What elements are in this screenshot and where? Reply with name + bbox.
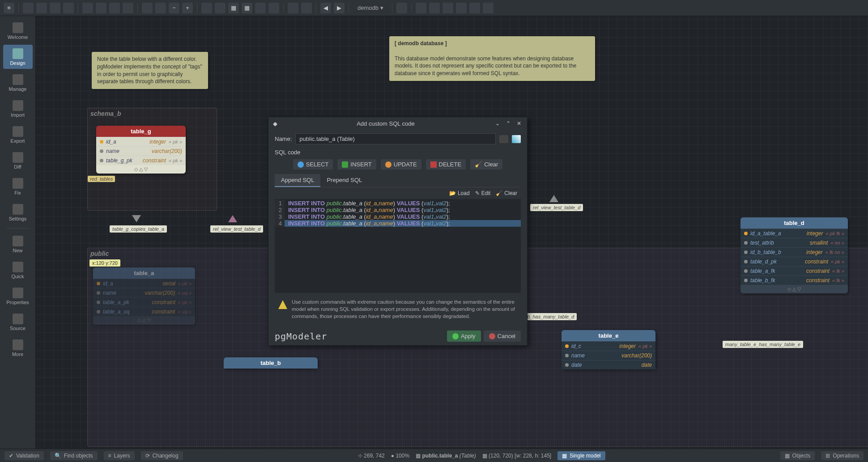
prev-icon[interactable]: ◀ — [320, 3, 331, 13]
status-layers[interactable]: ≡ Layers — [104, 451, 135, 460]
schema-b-label: schema_b — [90, 110, 121, 117]
sidebar-item-export[interactable]: Export — [3, 123, 33, 147]
triangle-icon — [549, 195, 558, 202]
tb-icon[interactable] — [82, 3, 93, 13]
fix-icon — [13, 178, 23, 189]
menu-icon[interactable]: ≡ — [4, 3, 14, 13]
tb-icon[interactable] — [288, 3, 298, 13]
sidebar-item-diff[interactable]: Diff — [3, 148, 33, 173]
table-g-header: table_g — [96, 126, 186, 137]
tb-icon[interactable] — [142, 3, 153, 13]
next-icon[interactable]: ▶ — [334, 3, 345, 13]
tb-icon[interactable] — [123, 3, 133, 13]
tb-icon[interactable] — [456, 3, 467, 13]
apply-button[interactable]: Apply — [447, 331, 481, 342]
status-mode[interactable]: ▦ Single model — [557, 451, 605, 460]
tb-icon[interactable] — [396, 3, 407, 13]
clear-icon: 🧹 — [475, 161, 482, 168]
tb-icon[interactable] — [255, 3, 266, 13]
code-edit-button[interactable]: ✎ Edit — [475, 190, 491, 196]
status-changelog[interactable]: ⟳ Changelog — [141, 451, 183, 460]
new-icon — [13, 236, 23, 246]
status-object: ▦ public.table_a (Table) — [416, 453, 476, 459]
close-icon[interactable]: ✕ — [515, 120, 523, 127]
tab-append-sql[interactable]: Append SQL — [275, 174, 320, 187]
tb-icon[interactable] — [301, 3, 312, 13]
tb-icon[interactable] — [201, 3, 212, 13]
tb-icon[interactable] — [443, 3, 453, 13]
status-validation[interactable]: ✔ Validation — [4, 451, 44, 460]
note-tags: Note the table below with a different co… — [92, 52, 208, 89]
delete-icon — [430, 161, 437, 168]
tb-icon[interactable] — [429, 3, 440, 13]
tb-icon[interactable] — [23, 3, 34, 13]
sidebar-item-properties[interactable]: Properties — [3, 284, 33, 308]
tb-icon[interactable] — [469, 3, 480, 13]
db-selector[interactable]: demodb ▾ — [353, 3, 388, 13]
zoom-in-icon[interactable]: + — [182, 3, 193, 13]
table-e-header: table_e — [562, 330, 655, 341]
sql-code-editor[interactable]: 1INSERT INTO public.table_a (id_a,name) … — [275, 199, 521, 293]
color-icon[interactable] — [512, 135, 521, 143]
clear-button[interactable]: 🧹Clear — [470, 159, 502, 170]
diff-icon — [13, 152, 23, 163]
code-load-button[interactable]: 📂 Load — [449, 190, 470, 196]
quick-icon — [13, 262, 23, 272]
table-b[interactable]: table_b — [224, 357, 318, 369]
status-bar: ✔ Validation 🔍 Find objects ≡ Layers ⟳ C… — [0, 449, 868, 462]
dialog-titlebar[interactable]: ◆ Add custom SQL code ⌄ ⌃ ✕ — [268, 117, 527, 130]
insert-button[interactable]: INSERT — [337, 159, 376, 170]
sidebar-item-design[interactable]: Design — [3, 45, 33, 69]
app-icon: ◆ — [273, 120, 277, 127]
tb-icon[interactable] — [63, 3, 74, 13]
rel-label: rel_view_test_table_d — [210, 225, 263, 233]
delete-button[interactable]: DELETE — [426, 159, 466, 170]
table-g[interactable]: table_g id_ainteger« pk » namevarchar(20… — [96, 126, 186, 174]
tb-icon[interactable] — [483, 3, 494, 13]
more-icon — [13, 339, 23, 350]
status-operations-panel[interactable]: ⊞ Operations — [821, 451, 864, 460]
sidebar-item-quick[interactable]: Quick — [3, 258, 33, 282]
maximize-icon[interactable]: ⌃ — [505, 120, 512, 127]
tb-icon[interactable]: ▦ — [242, 3, 252, 13]
name-label: Name: — [275, 136, 292, 142]
tb-icon[interactable] — [416, 3, 426, 13]
sidebar-item-import[interactable]: Import — [3, 97, 33, 121]
sidebar-item-more[interactable]: More — [3, 336, 33, 360]
tab-prepend-sql[interactable]: Prepend SQL — [320, 174, 368, 187]
clear-name-icon[interactable] — [499, 135, 508, 143]
manage-icon — [13, 74, 23, 85]
tb-icon[interactable] — [155, 3, 166, 13]
sidebar-item-new[interactable]: New — [3, 232, 33, 256]
tb-icon[interactable] — [96, 3, 106, 13]
red-tables-tag: red_tables — [88, 176, 115, 182]
table-a[interactable]: table_a id_aserial« pk » namevarchar(200… — [93, 267, 195, 325]
sidebar-item-welcome[interactable]: Welcome — [3, 19, 33, 43]
tb-icon[interactable] — [215, 3, 226, 13]
source-icon — [13, 314, 23, 324]
cancel-button[interactable]: Cancel — [484, 331, 521, 342]
status-find[interactable]: 🔍 Find objects — [50, 451, 98, 460]
table-e[interactable]: table_e id_cinteger« pk » namevarchar(20… — [562, 330, 655, 369]
sidebar-item-fix[interactable]: Fix — [3, 174, 33, 199]
tb-icon[interactable] — [109, 3, 120, 13]
sidebar-item-settings[interactable]: Settings — [3, 200, 33, 225]
warning-icon — [278, 300, 287, 309]
table-d[interactable]: table_d id_a_table_ainteger« pk fk » tes… — [740, 217, 848, 293]
sidebar-item-source[interactable]: Source — [3, 310, 33, 334]
code-clear-button[interactable]: 🧹 Clear — [496, 190, 517, 196]
tb-icon[interactable] — [50, 3, 60, 13]
zoom-out-icon[interactable]: − — [169, 3, 179, 13]
select-button[interactable]: SELECT — [293, 159, 333, 170]
status-objects-panel[interactable]: ▦ Objects — [780, 451, 815, 460]
properties-icon — [13, 288, 23, 298]
sidebar-item-manage[interactable]: Manage — [3, 71, 33, 95]
tb-icon[interactable] — [36, 3, 47, 13]
update-button[interactable]: UPDATE — [381, 159, 421, 170]
select-icon — [298, 161, 304, 168]
minimize-icon[interactable]: ⌄ — [494, 120, 501, 127]
name-input[interactable] — [295, 133, 496, 144]
grid-icon[interactable]: ▦ — [228, 3, 239, 13]
tb-icon[interactable] — [268, 3, 279, 13]
sidebar: Welcome Design Manage Import Export Diff… — [0, 16, 36, 449]
